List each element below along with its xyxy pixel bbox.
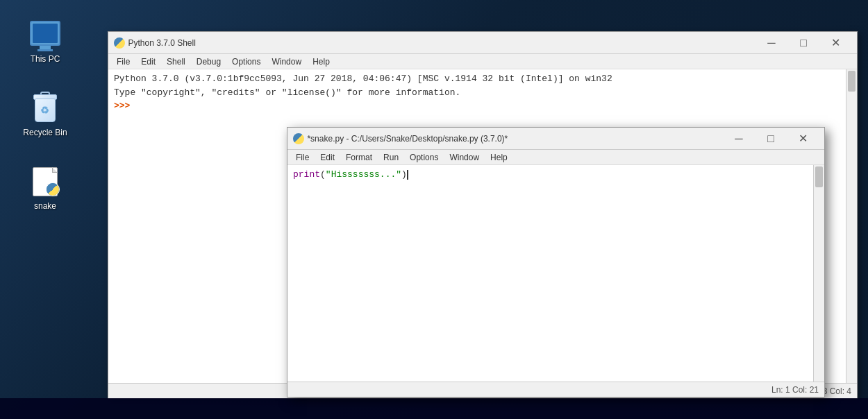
editor-close-button[interactable]: ✕ xyxy=(787,128,819,150)
desktop-icon-this-pc[interactable]: This PC xyxy=(26,14,65,67)
shell-menu-shell[interactable]: Shell xyxy=(161,55,191,68)
editor-menu-window[interactable]: Window xyxy=(444,151,485,164)
shell-titlebar-icon xyxy=(114,37,125,49)
open-paren: ( xyxy=(320,169,326,180)
recycle-bin-icon: ♻ xyxy=(28,90,62,123)
editor-menu-bar: File Edit Format Run Options Window Help xyxy=(287,150,824,165)
cursor xyxy=(407,170,408,180)
editor-status-text: Ln: 1 Col: 21 xyxy=(771,385,819,395)
shell-menu-file[interactable]: File xyxy=(111,55,135,68)
shell-minimize-button[interactable]: ─ xyxy=(756,32,787,54)
editor-minimize-button[interactable]: ─ xyxy=(723,128,755,150)
string-literal: "Hisssssss..." xyxy=(326,169,401,180)
shell-close-button[interactable]: ✕ xyxy=(819,32,851,54)
snake-file-icon xyxy=(28,164,62,197)
editor-menu-file[interactable]: File xyxy=(290,151,315,164)
editor-title: *snake.py - C:/Users/Snake/Desktop/snake… xyxy=(307,134,723,144)
recycle-bin-label: Recycle Bin xyxy=(23,128,67,137)
editor-menu-options[interactable]: Options xyxy=(404,151,444,164)
shell-menu-debug[interactable]: Debug xyxy=(191,55,226,68)
editor-window: *snake.py - C:/Users/Snake/Desktop/snake… xyxy=(287,127,825,397)
code-line-1: print("Hisssssss...") xyxy=(293,168,819,182)
shell-maximize-button[interactable]: □ xyxy=(787,32,819,54)
shell-title: Python 3.7.0 Shell xyxy=(128,38,756,48)
shell-scrollbar[interactable] xyxy=(846,69,857,383)
editor-menu-help[interactable]: Help xyxy=(485,151,513,164)
shell-prompt-line: >>> xyxy=(114,99,851,113)
editor-maximize-button[interactable]: □ xyxy=(755,128,787,150)
editor-titlebar-icon xyxy=(293,133,304,144)
editor-menu-format[interactable]: Format xyxy=(340,151,378,164)
shell-menu-bar: File Edit Shell Debug Options Window Hel… xyxy=(108,54,857,69)
desktop-icon-snake[interactable]: snake xyxy=(26,161,65,214)
shell-scrollbar-thumb[interactable] xyxy=(848,71,856,92)
editor-titlebar: *snake.py - C:/Users/Snake/Desktop/snake… xyxy=(287,128,824,150)
editor-menu-edit[interactable]: Edit xyxy=(315,151,340,164)
editor-content[interactable]: print("Hisssssss...") xyxy=(287,165,824,382)
shell-menu-help[interactable]: Help xyxy=(307,55,335,68)
taskbar xyxy=(0,398,868,419)
editor-menu-run[interactable]: Run xyxy=(378,151,404,164)
shell-menu-edit[interactable]: Edit xyxy=(135,55,161,68)
shell-menu-window[interactable]: Window xyxy=(266,55,307,68)
editor-scrollbar-thumb[interactable] xyxy=(815,166,823,187)
editor-window-controls: ─ □ ✕ xyxy=(723,128,819,150)
shell-output-line1: Python 3.7.0 (v3.7.0:1bf9cc5093, Jun 27 … xyxy=(114,72,851,86)
close-paren: ) xyxy=(401,169,407,180)
shell-menu-options[interactable]: Options xyxy=(226,55,266,68)
desktop-icons: This PC ♻ Recycle Bin snake xyxy=(0,0,90,228)
editor-status-bar: Ln: 1 Col: 21 xyxy=(287,382,824,397)
this-pc-label: This PC xyxy=(31,54,60,64)
this-pc-icon xyxy=(28,17,62,50)
editor-scrollbar[interactable] xyxy=(813,165,824,382)
shell-titlebar: Python 3.7.0 Shell ─ □ ✕ xyxy=(108,32,857,54)
print-keyword: print xyxy=(293,169,320,180)
shell-output-line2: Type "copyright", "credits" or "license(… xyxy=(114,86,851,100)
snake-label: snake xyxy=(34,201,56,211)
shell-window-controls: ─ □ ✕ xyxy=(756,32,851,54)
shell-prompt: >>> xyxy=(114,101,135,111)
desktop-icon-recycle-bin[interactable]: ♻ Recycle Bin xyxy=(20,87,69,140)
